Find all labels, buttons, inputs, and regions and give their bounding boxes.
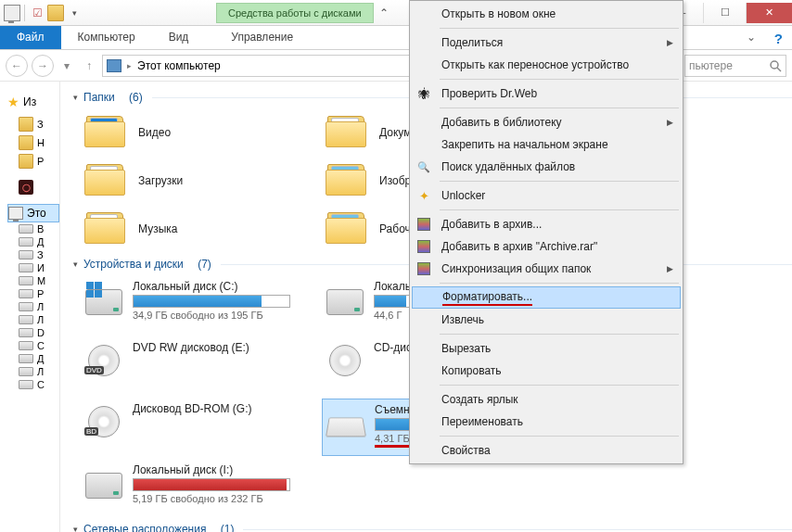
submenu-arrow-icon: ▶ bbox=[667, 38, 673, 47]
sidebar-item[interactable]: З bbox=[7, 115, 59, 133]
drive-item[interactable]: BDДисковод BD-ROM (G:) bbox=[81, 399, 322, 456]
folder-label: Музыка bbox=[138, 222, 177, 235]
menu-item[interactable]: Открыть как переносное устройство bbox=[412, 54, 681, 76]
menu-item[interactable]: Добавить в архив... bbox=[412, 213, 681, 235]
hdd-icon bbox=[326, 280, 364, 319]
menu-separator bbox=[440, 209, 679, 210]
sidebar-drive-item[interactable]: D bbox=[7, 326, 59, 339]
menu-item[interactable]: Копировать bbox=[412, 360, 681, 382]
capacity-bar bbox=[133, 478, 290, 491]
menu-item-icon: ✦ bbox=[415, 187, 432, 204]
sidebar-drive-item[interactable]: И bbox=[7, 261, 59, 274]
sidebar-drive-item[interactable]: Л bbox=[7, 313, 59, 326]
new-folder-icon[interactable] bbox=[47, 5, 64, 21]
menu-separator bbox=[440, 79, 679, 80]
menu-item[interactable]: 🔍Поиск удалённых файлов bbox=[412, 156, 681, 178]
tab-view[interactable]: Вид bbox=[152, 26, 206, 49]
sidebar-drive-item[interactable]: Л bbox=[7, 365, 59, 378]
menu-item[interactable]: ✦Unlocker bbox=[412, 184, 681, 207]
menu-item-label: Добавить в архив "Archive.rar" bbox=[441, 240, 597, 253]
breadcrumb-location[interactable]: Этот компьютер bbox=[137, 59, 221, 72]
menu-separator bbox=[440, 108, 679, 108]
drive-item[interactable]: Локальный диск (I:)5,19 ГБ свободно из 2… bbox=[81, 460, 322, 517]
folder-icon bbox=[19, 117, 33, 132]
menu-item-label: Добавить в библиотеку bbox=[441, 116, 562, 129]
folder-label: Видео bbox=[138, 126, 171, 139]
sidebar-drive-item[interactable]: Л bbox=[7, 300, 59, 313]
menu-item-label: Поиск удалённых файлов bbox=[441, 160, 575, 173]
nav-up-button[interactable]: ↑ bbox=[80, 55, 98, 77]
menu-item-label: Добавить в архив... bbox=[441, 218, 542, 231]
folder-icon bbox=[326, 210, 370, 247]
properties-icon[interactable]: ☑ bbox=[29, 5, 45, 21]
sidebar-drive-item[interactable]: С bbox=[7, 378, 59, 391]
qat-chevron-icon[interactable]: ▾ bbox=[66, 5, 83, 21]
sidebar-drive-item[interactable]: М bbox=[7, 274, 59, 287]
menu-item[interactable]: Создать ярлык bbox=[412, 388, 681, 411]
menu-item[interactable]: Извлечь bbox=[412, 309, 681, 331]
hdd-icon bbox=[84, 463, 123, 502]
menu-item[interactable]: Поделиться▶ bbox=[412, 32, 681, 54]
sidebar-drive-item[interactable]: C bbox=[7, 339, 59, 352]
sidebar-drive-item[interactable]: З bbox=[7, 248, 59, 261]
star-icon: ★ bbox=[7, 95, 19, 109]
file-tab[interactable]: Файл bbox=[0, 26, 61, 49]
menu-item-icon bbox=[415, 216, 432, 233]
navigation-pane: ★Из З Н Р ◯ Это ВДЗИМРЛЛDCДЛС bbox=[0, 82, 60, 532]
favorites-header[interactable]: ★Из bbox=[7, 95, 59, 109]
menu-item[interactable]: Добавить в архив "Archive.rar" bbox=[412, 235, 681, 258]
folder-item[interactable]: Загрузки bbox=[81, 158, 322, 204]
sidebar-drive-item[interactable]: Д bbox=[7, 235, 59, 248]
drive-item[interactable]: Локальный диск (C:)34,9 ГБ свободно из 1… bbox=[81, 276, 322, 334]
sidebar-drive-item[interactable]: Д bbox=[7, 352, 59, 365]
drive-item[interactable]: DVDDVD RW дисковод (E:) bbox=[81, 337, 322, 395]
menu-item[interactable]: Добавить в библиотеку▶ bbox=[412, 111, 681, 133]
sidebar-drive-item[interactable]: Р bbox=[7, 287, 59, 300]
folder-item[interactable]: Видео bbox=[81, 109, 322, 156]
menu-item[interactable]: Форматировать... bbox=[412, 286, 681, 309]
menu-item-label: Создать ярлык bbox=[441, 393, 518, 406]
drive-name: DVD RW дисковод (E:) bbox=[133, 341, 318, 354]
optical-drive-icon bbox=[326, 341, 364, 380]
search-box[interactable]: пьютере bbox=[684, 55, 786, 77]
drive-icon bbox=[19, 328, 33, 337]
collapse-icon[interactable]: ▾ bbox=[73, 93, 78, 102]
maximize-button[interactable]: ☐ bbox=[703, 3, 746, 23]
menu-item-icon: 🕷 bbox=[415, 85, 432, 102]
menu-item-icon bbox=[415, 260, 432, 277]
close-button[interactable]: ✕ bbox=[746, 3, 792, 23]
chevron-right-icon[interactable]: ▸ bbox=[127, 61, 132, 70]
menu-item[interactable]: Синхронизация общих папок▶ bbox=[412, 258, 681, 280]
menu-item[interactable]: Свойства bbox=[412, 439, 681, 462]
menu-item[interactable]: Закрепить на начальном экране bbox=[412, 133, 681, 156]
menu-item[interactable]: Открыть в новом окне bbox=[412, 3, 681, 25]
menu-separator bbox=[440, 334, 679, 335]
system-icon bbox=[4, 5, 20, 21]
group-header-network[interactable]: ▾ Сетевые расположения (1) bbox=[73, 523, 792, 532]
folder-item[interactable]: Музыка bbox=[81, 206, 322, 252]
nav-history-chevron-icon[interactable]: ▾ bbox=[57, 55, 76, 77]
menu-separator bbox=[440, 283, 679, 284]
sidebar-item-cc[interactable]: ◯ bbox=[7, 178, 59, 196]
nav-forward-button[interactable]: → bbox=[32, 55, 54, 77]
menu-item-icon bbox=[415, 34, 432, 51]
menu-item[interactable]: Вырезать bbox=[412, 337, 681, 360]
tab-computer[interactable]: Компьютер bbox=[61, 26, 152, 49]
sidebar-drive-item[interactable]: В bbox=[7, 222, 59, 235]
menu-item-icon bbox=[415, 362, 432, 379]
ribbon-expand-icon[interactable]: ⌃ bbox=[379, 6, 389, 19]
ribbon-chevron-icon[interactable]: ⌄ bbox=[737, 26, 765, 49]
folder-icon bbox=[84, 210, 129, 247]
nav-back-button[interactable]: ← bbox=[6, 55, 28, 77]
collapse-icon[interactable]: ▾ bbox=[73, 260, 78, 269]
sidebar-item[interactable]: Н bbox=[7, 133, 59, 152]
sidebar-item[interactable]: Р bbox=[7, 152, 59, 171]
collapse-icon[interactable]: ▾ bbox=[73, 525, 78, 532]
menu-item-label: Открыть как переносное устройство bbox=[441, 58, 629, 71]
menu-item-label: Свойства bbox=[441, 444, 491, 457]
help-button[interactable]: ? bbox=[765, 26, 792, 49]
menu-item[interactable]: Переименовать bbox=[412, 411, 681, 433]
menu-item[interactable]: 🕷Проверить Dr.Web bbox=[412, 82, 681, 105]
sidebar-item-this-pc[interactable]: Это bbox=[7, 204, 59, 222]
tab-manage[interactable]: Управление bbox=[214, 26, 310, 49]
